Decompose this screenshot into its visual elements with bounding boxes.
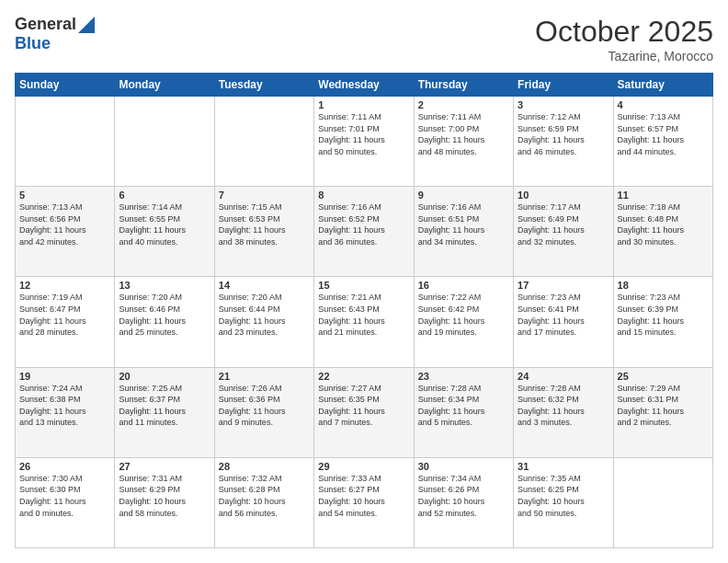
day-info: Sunrise: 7:32 AM Sunset: 6:28 PM Dayligh…: [219, 473, 310, 519]
calendar-cell: 5Sunrise: 7:13 AM Sunset: 6:56 PM Daylig…: [16, 187, 115, 277]
day-number: 16: [418, 280, 509, 291]
calendar-cell: 15Sunrise: 7:21 AM Sunset: 6:43 PM Dayli…: [314, 277, 414, 367]
day-info: Sunrise: 7:31 AM Sunset: 6:29 PM Dayligh…: [119, 473, 210, 519]
day-info: Sunrise: 7:13 AM Sunset: 6:56 PM Dayligh…: [19, 201, 110, 247]
header: General Blue October 2025 Tazarine, Moro…: [15, 15, 713, 63]
calendar-cell: 8Sunrise: 7:16 AM Sunset: 6:52 PM Daylig…: [314, 187, 414, 277]
calendar-cell: 4Sunrise: 7:13 AM Sunset: 6:57 PM Daylig…: [613, 97, 712, 187]
calendar-cell: 30Sunrise: 7:34 AM Sunset: 6:26 PM Dayli…: [414, 457, 513, 547]
calendar-cell: 10Sunrise: 7:17 AM Sunset: 6:49 PM Dayli…: [514, 187, 613, 277]
calendar-cell: [16, 97, 115, 187]
calendar-cell: 9Sunrise: 7:16 AM Sunset: 6:51 PM Daylig…: [414, 187, 513, 277]
day-number: 3: [518, 99, 609, 110]
day-number: 11: [618, 190, 709, 201]
calendar-week-row: 12Sunrise: 7:19 AM Sunset: 6:47 PM Dayli…: [16, 277, 713, 367]
calendar-cell: [214, 97, 313, 187]
page: General Blue October 2025 Tazarine, Moro…: [0, 0, 728, 563]
calendar-cell: 11Sunrise: 7:18 AM Sunset: 6:48 PM Dayli…: [613, 187, 712, 277]
day-number: 5: [19, 190, 110, 201]
calendar-cell: 14Sunrise: 7:20 AM Sunset: 6:44 PM Dayli…: [214, 277, 313, 367]
calendar-cell: 13Sunrise: 7:20 AM Sunset: 6:46 PM Dayli…: [115, 277, 214, 367]
calendar-cell: 18Sunrise: 7:23 AM Sunset: 6:39 PM Dayli…: [613, 277, 712, 367]
day-info: Sunrise: 7:20 AM Sunset: 6:44 PM Dayligh…: [219, 292, 310, 338]
day-number: 30: [418, 461, 509, 472]
calendar-cell: 6Sunrise: 7:14 AM Sunset: 6:55 PM Daylig…: [115, 187, 214, 277]
calendar-header-monday: Monday: [115, 74, 214, 97]
day-number: 20: [119, 371, 210, 382]
day-number: 21: [219, 371, 310, 382]
calendar-header-wednesday: Wednesday: [314, 74, 414, 97]
day-number: 25: [618, 371, 709, 382]
calendar-cell: 25Sunrise: 7:29 AM Sunset: 6:31 PM Dayli…: [613, 367, 712, 457]
day-number: 18: [618, 280, 709, 291]
calendar-cell: 20Sunrise: 7:25 AM Sunset: 6:37 PM Dayli…: [115, 367, 214, 457]
calendar-cell: 29Sunrise: 7:33 AM Sunset: 6:27 PM Dayli…: [314, 457, 414, 547]
day-number: 8: [318, 190, 409, 201]
day-info: Sunrise: 7:20 AM Sunset: 6:46 PM Dayligh…: [119, 292, 210, 338]
day-number: 6: [119, 190, 210, 201]
calendar-cell: 3Sunrise: 7:12 AM Sunset: 6:59 PM Daylig…: [514, 97, 613, 187]
calendar-cell: 19Sunrise: 7:24 AM Sunset: 6:38 PM Dayli…: [16, 367, 115, 457]
day-number: 19: [19, 371, 110, 382]
day-info: Sunrise: 7:27 AM Sunset: 6:35 PM Dayligh…: [318, 383, 409, 429]
calendar-header-saturday: Saturday: [613, 74, 712, 97]
day-info: Sunrise: 7:19 AM Sunset: 6:47 PM Dayligh…: [19, 292, 110, 338]
calendar-header-thursday: Thursday: [414, 74, 513, 97]
day-number: 7: [219, 190, 310, 201]
day-info: Sunrise: 7:28 AM Sunset: 6:34 PM Dayligh…: [418, 383, 509, 429]
day-number: 4: [618, 99, 709, 110]
day-number: 17: [518, 280, 609, 291]
calendar-cell: 28Sunrise: 7:32 AM Sunset: 6:28 PM Dayli…: [214, 457, 313, 547]
day-number: 31: [518, 461, 609, 472]
calendar-cell: [613, 457, 712, 547]
day-info: Sunrise: 7:13 AM Sunset: 6:57 PM Dayligh…: [618, 111, 709, 157]
calendar-cell: 16Sunrise: 7:22 AM Sunset: 6:42 PM Dayli…: [414, 277, 513, 367]
calendar-week-row: 5Sunrise: 7:13 AM Sunset: 6:56 PM Daylig…: [16, 187, 713, 277]
day-info: Sunrise: 7:34 AM Sunset: 6:26 PM Dayligh…: [418, 473, 509, 519]
day-number: 22: [318, 371, 409, 382]
day-info: Sunrise: 7:33 AM Sunset: 6:27 PM Dayligh…: [318, 473, 409, 519]
month-title: October 2025: [535, 15, 713, 49]
svg-marker-0: [78, 17, 95, 33]
day-number: 12: [19, 280, 110, 291]
logo-blue-text: Blue: [15, 34, 51, 52]
day-number: 1: [318, 99, 409, 110]
title-block: October 2025 Tazarine, Morocco: [535, 15, 713, 63]
logo-general-text: General: [15, 15, 76, 34]
day-number: 29: [318, 461, 409, 472]
calendar-cell: 23Sunrise: 7:28 AM Sunset: 6:34 PM Dayli…: [414, 367, 513, 457]
calendar-week-row: 26Sunrise: 7:30 AM Sunset: 6:30 PM Dayli…: [16, 457, 713, 547]
logo: General Blue: [15, 15, 95, 53]
calendar-cell: 2Sunrise: 7:11 AM Sunset: 7:00 PM Daylig…: [414, 97, 513, 187]
calendar-cell: 1Sunrise: 7:11 AM Sunset: 7:01 PM Daylig…: [314, 97, 414, 187]
day-info: Sunrise: 7:28 AM Sunset: 6:32 PM Dayligh…: [518, 383, 609, 429]
day-info: Sunrise: 7:18 AM Sunset: 6:48 PM Dayligh…: [618, 201, 709, 247]
day-number: 23: [418, 371, 509, 382]
day-info: Sunrise: 7:15 AM Sunset: 6:53 PM Dayligh…: [219, 201, 310, 247]
day-info: Sunrise: 7:25 AM Sunset: 6:37 PM Dayligh…: [119, 383, 210, 429]
calendar-week-row: 1Sunrise: 7:11 AM Sunset: 7:01 PM Daylig…: [16, 97, 713, 187]
calendar-week-row: 19Sunrise: 7:24 AM Sunset: 6:38 PM Dayli…: [16, 367, 713, 457]
day-number: 15: [318, 280, 409, 291]
calendar-cell: 22Sunrise: 7:27 AM Sunset: 6:35 PM Dayli…: [314, 367, 414, 457]
calendar-cell: [115, 97, 214, 187]
calendar-cell: 17Sunrise: 7:23 AM Sunset: 6:41 PM Dayli…: [514, 277, 613, 367]
day-info: Sunrise: 7:17 AM Sunset: 6:49 PM Dayligh…: [518, 201, 609, 247]
day-number: 14: [219, 280, 310, 291]
day-number: 26: [19, 461, 110, 472]
calendar-header-row: SundayMondayTuesdayWednesdayThursdayFrid…: [16, 74, 713, 97]
day-info: Sunrise: 7:16 AM Sunset: 6:52 PM Dayligh…: [318, 201, 409, 247]
calendar-header-sunday: Sunday: [16, 74, 115, 97]
day-info: Sunrise: 7:14 AM Sunset: 6:55 PM Dayligh…: [119, 201, 210, 247]
calendar-table: SundayMondayTuesdayWednesdayThursdayFrid…: [15, 73, 713, 548]
calendar-cell: 31Sunrise: 7:35 AM Sunset: 6:25 PM Dayli…: [514, 457, 613, 547]
day-number: 13: [119, 280, 210, 291]
day-info: Sunrise: 7:23 AM Sunset: 6:39 PM Dayligh…: [618, 292, 709, 338]
calendar-cell: 26Sunrise: 7:30 AM Sunset: 6:30 PM Dayli…: [16, 457, 115, 547]
calendar-header-tuesday: Tuesday: [214, 74, 313, 97]
day-info: Sunrise: 7:11 AM Sunset: 7:00 PM Dayligh…: [418, 111, 509, 157]
day-info: Sunrise: 7:21 AM Sunset: 6:43 PM Dayligh…: [318, 292, 409, 338]
location: Tazarine, Morocco: [535, 49, 713, 63]
calendar-cell: 21Sunrise: 7:26 AM Sunset: 6:36 PM Dayli…: [214, 367, 313, 457]
day-number: 24: [518, 371, 609, 382]
